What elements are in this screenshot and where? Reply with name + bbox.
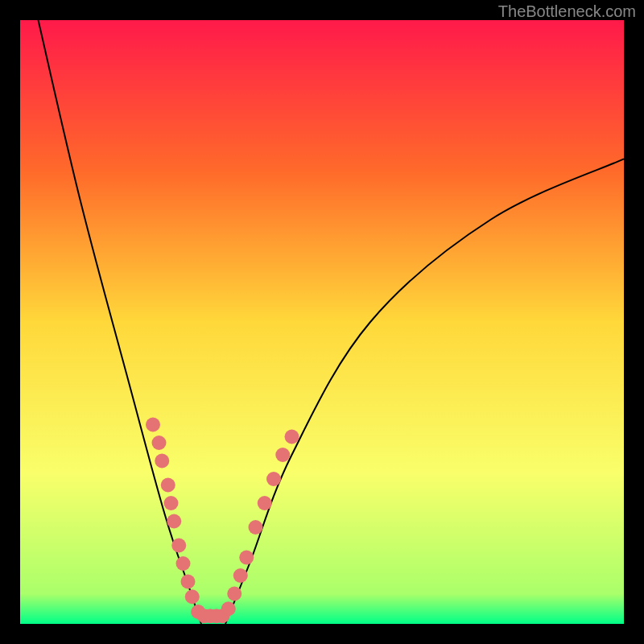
scatter-point <box>155 454 169 469</box>
scatter-point <box>171 539 186 553</box>
scatter-point <box>249 520 263 535</box>
scatter-point <box>152 436 167 450</box>
chart-plot-area <box>20 20 624 624</box>
scatter-point <box>161 478 175 493</box>
scatter-point <box>221 601 236 616</box>
watermark-text: TheBottleneck.com <box>498 2 636 21</box>
scatter-point <box>239 551 254 565</box>
scatter-point <box>258 496 272 510</box>
scatter-point <box>167 514 181 529</box>
scatter-point <box>164 496 179 510</box>
scatter-point <box>176 556 191 571</box>
chart-svg <box>20 20 624 624</box>
scatter-point <box>181 575 196 589</box>
scatter-point <box>285 430 299 444</box>
scatter-point <box>185 589 200 604</box>
scatter-point <box>227 587 242 601</box>
scatter-point <box>146 418 160 432</box>
scatter-point <box>233 568 248 583</box>
chart-background <box>20 20 624 624</box>
scatter-point <box>266 472 281 486</box>
scatter-point <box>275 448 290 462</box>
